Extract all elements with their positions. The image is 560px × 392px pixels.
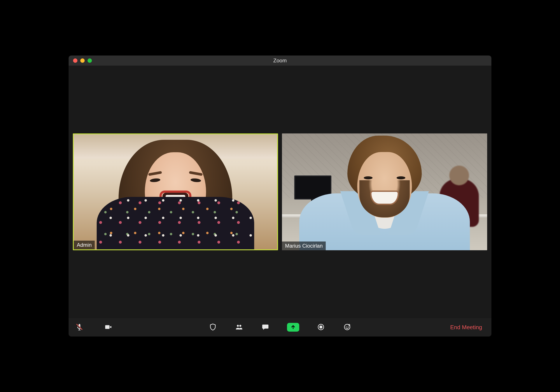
svg-rect-3 [105,325,110,329]
chat-bubble-icon [262,323,269,332]
traffic-lights [69,58,92,63]
video-tile-1[interactable]: Admin [73,133,278,250]
participants-button[interactable] [234,323,244,332]
video-grid: Admin Marius Ciocirlan [69,66,491,318]
zoom-window: Zoom Admin [69,56,491,336]
participant-name-badge: Admin [74,241,95,249]
close-window-button[interactable] [73,58,77,63]
security-button[interactable] [208,323,217,332]
reactions-icon [343,323,351,332]
window-title: Zoom [273,58,287,64]
shield-icon [209,323,217,332]
video-camera-icon [105,323,112,332]
svg-rect-0 [79,329,80,330]
record-icon [317,323,325,332]
share-screen-icon [290,324,296,331]
svg-rect-1 [78,330,80,330]
svg-point-10 [348,326,349,327]
toolbar-right-group: End Meeting [447,322,485,332]
video-button[interactable] [104,323,113,332]
svg-point-9 [346,326,347,327]
video-feed [282,133,487,250]
mute-button[interactable] [75,323,84,332]
svg-point-4 [237,325,239,327]
toolbar-left-group [75,323,113,332]
microphone-muted-icon [76,323,83,332]
meeting-toolbar: End Meeting [69,318,491,336]
chat-button[interactable] [261,323,270,332]
reactions-button[interactable] [343,323,352,332]
participant-name-badge: Marius Ciocirlan [282,241,326,250]
svg-point-7 [320,326,322,328]
titlebar: Zoom [69,56,491,66]
end-meeting-button[interactable]: End Meeting [447,322,485,332]
toolbar-center-group [208,323,352,332]
fullscreen-window-button[interactable] [88,58,92,63]
video-feed [74,134,277,249]
people-icon [235,323,243,332]
record-button[interactable] [316,323,326,332]
svg-point-5 [239,325,241,327]
video-tile-2[interactable]: Marius Ciocirlan [282,133,487,250]
share-screen-button[interactable] [287,323,299,332]
minimize-window-button[interactable] [80,58,85,63]
